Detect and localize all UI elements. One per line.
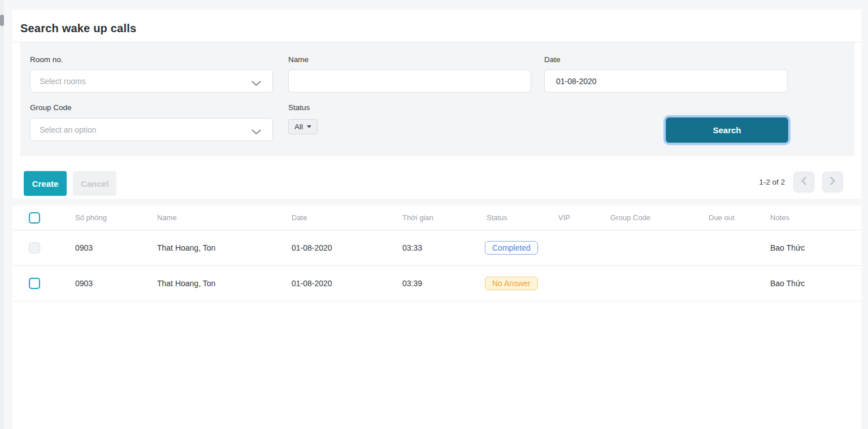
room-select-placeholder: Select rooms — [40, 77, 86, 86]
chevron-right-icon — [830, 176, 836, 188]
column-header-time: Thời gian — [402, 213, 487, 222]
room-label: Room no. — [30, 55, 63, 64]
chevron-down-icon — [251, 79, 261, 88]
row-checkbox[interactable] — [29, 278, 40, 289]
results-table: Số phòng Name Date Thời gian Status VIP … — [12, 205, 861, 429]
cell-notes: Bao Thức — [770, 279, 861, 288]
pagination-prev-button[interactable] — [793, 172, 814, 192]
room-select[interactable]: Select rooms — [30, 69, 273, 93]
cancel-button: Cancel — [73, 171, 116, 196]
pagination-next-button[interactable] — [822, 172, 843, 192]
left-scrollbar-thumb[interactable] — [0, 15, 4, 26]
column-header-group-code: Group Code — [610, 213, 709, 222]
cell-notes: Bao Thức — [770, 243, 861, 252]
column-header-notes: Notes — [770, 213, 861, 222]
cell-name: That Hoang, Ton — [157, 279, 292, 288]
cell-time: 03:39 — [402, 279, 487, 288]
column-header-name: Name — [157, 213, 292, 222]
status-label: Status — [288, 103, 310, 112]
cell-room: 0903 — [75, 279, 157, 288]
status-badge-no-answer[interactable]: No Answer — [485, 277, 538, 290]
cell-room: 0903 — [75, 243, 157, 252]
cell-date: 01-08-2020 — [292, 243, 402, 252]
filter-form: Room no. Select rooms Name Date Group Co… — [20, 42, 854, 156]
cell-time: 03:33 — [402, 243, 487, 252]
select-all-checkbox[interactable] — [29, 212, 40, 224]
column-header-date: Date — [292, 213, 402, 222]
search-button[interactable]: Search — [666, 117, 788, 143]
date-label: Date — [544, 55, 561, 64]
status-dropdown-value: All — [294, 122, 303, 131]
status-badge-completed[interactable]: Completed — [485, 241, 538, 255]
name-input[interactable] — [298, 70, 522, 92]
create-button[interactable]: Create — [24, 171, 67, 196]
column-header-vip: VIP — [558, 213, 610, 222]
pagination-range: 1-2 of 2 — [759, 178, 785, 186]
cell-date: 01-08-2020 — [292, 279, 402, 288]
table-row: 0903 That Hoang, Ton 01-08-2020 03:33 Co… — [12, 230, 861, 266]
group-code-label: Group Code — [30, 103, 72, 112]
name-field-wrap — [288, 69, 531, 93]
column-header-status: Status — [487, 213, 558, 222]
left-scrollbar-track — [0, 0, 4, 429]
search-panel: Search wake up calls Room no. Select roo… — [12, 10, 861, 199]
table-header-row: Số phòng Name Date Thời gian Status VIP … — [12, 205, 861, 230]
page-title: Search wake up calls — [20, 22, 136, 35]
date-field-wrap — [544, 69, 788, 93]
row-checkbox-disabled — [29, 242, 40, 253]
column-header-due-out: Due out — [709, 213, 770, 222]
date-input[interactable] — [556, 70, 776, 92]
column-header-room: Số phòng — [75, 213, 157, 222]
group-code-select[interactable]: Select an option — [30, 118, 273, 141]
name-label: Name — [288, 55, 309, 64]
chevron-down-icon — [251, 128, 261, 137]
table-row: 0903 That Hoang, Ton 01-08-2020 03:39 No… — [12, 266, 861, 301]
group-code-placeholder: Select an option — [40, 125, 96, 134]
status-dropdown[interactable]: All — [288, 119, 318, 134]
pagination: 1-2 of 2 — [759, 172, 843, 192]
cell-name: That Hoang, Ton — [157, 243, 292, 252]
caret-down-icon — [307, 125, 311, 128]
chevron-left-icon — [801, 176, 807, 188]
